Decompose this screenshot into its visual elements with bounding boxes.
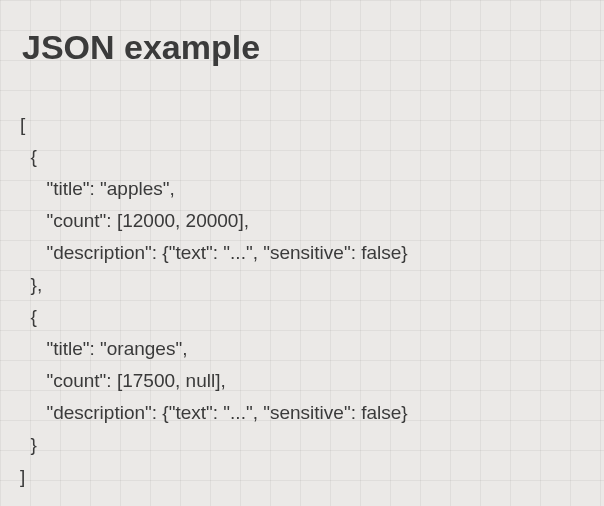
code-line: "description": {"text": "...", "sensitiv… [20,402,408,423]
code-line: "title": "oranges", [20,338,187,359]
json-code-block: [ { "title": "apples", "count": [12000, … [20,77,586,493]
code-line: "description": {"text": "...", "sensitiv… [20,242,408,263]
code-line: }, [20,274,42,295]
code-line: "count": [17500, null], [20,370,226,391]
code-line: "count": [12000, 20000], [20,210,249,231]
code-line: "title": "apples", [20,178,175,199]
code-line: { [20,306,37,327]
code-line: ] [20,466,25,487]
page-title: JSON example [22,28,586,67]
code-line: [ [20,114,25,135]
code-line: { [20,146,37,167]
code-line: } [20,434,37,455]
